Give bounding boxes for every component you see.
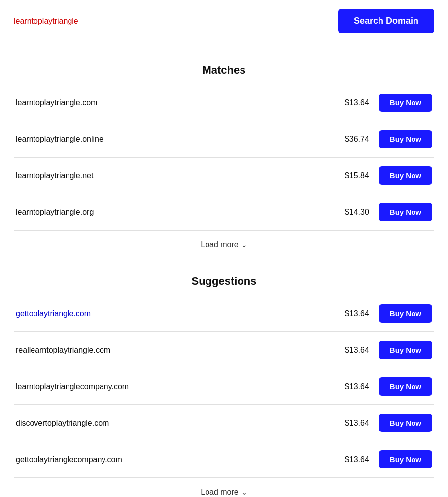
matches-load-more-label: Load more: [201, 240, 239, 249]
table-row: learntoplaytriangle.org $14.30 Buy Now: [14, 194, 434, 231]
search-input[interactable]: learntoplaytriangle: [14, 17, 211, 26]
domain-price: $13.64: [340, 455, 369, 464]
suggestions-list: gettoplaytriangle.com $13.64 Buy Now rea…: [14, 296, 434, 478]
domain-price: $14.30: [340, 208, 369, 217]
main-content: Matches learntoplaytriangle.com $13.64 B…: [0, 42, 448, 497]
buy-now-button[interactable]: Buy Now: [379, 450, 432, 468]
matches-load-more-button[interactable]: Load more ⌄: [201, 240, 247, 249]
suggestions-section-title: Suggestions: [14, 275, 434, 288]
suggestions-load-more-container: Load more ⌄: [14, 478, 434, 497]
domain-name: learntoplaytriangle.online: [16, 135, 340, 144]
matches-load-more-container: Load more ⌄: [14, 231, 434, 263]
buy-now-button[interactable]: Buy Now: [379, 341, 432, 359]
table-row: learntoplaytrianglecompany.com $13.64 Bu…: [14, 368, 434, 405]
table-row: learntoplaytriangle.net $15.84 Buy Now: [14, 158, 434, 194]
domain-name: learntoplaytrianglecompany.com: [16, 382, 340, 391]
domain-name: learntoplaytriangle.com: [16, 99, 340, 107]
domain-price: $36.74: [340, 135, 369, 144]
table-row: discovertoplaytriangle.com $13.64 Buy No…: [14, 405, 434, 441]
buy-now-button[interactable]: Buy Now: [379, 203, 432, 221]
buy-now-button[interactable]: Buy Now: [379, 130, 432, 148]
buy-now-button[interactable]: Buy Now: [379, 377, 432, 396]
suggestions-load-more-label: Load more: [201, 488, 239, 497]
domain-price: $13.64: [340, 99, 369, 107]
header: learntoplaytriangle Search Domain: [0, 0, 448, 42]
domain-name: reallearntoplaytriangle.com: [16, 346, 340, 355]
table-row: gettoplaytriangle.com $13.64 Buy Now: [14, 296, 434, 332]
buy-now-button[interactable]: Buy Now: [379, 414, 432, 432]
table-row: learntoplaytriangle.online $36.74 Buy No…: [14, 121, 434, 158]
table-row: gettoplaytrianglecompany.com $13.64 Buy …: [14, 441, 434, 478]
domain-name: learntoplaytriangle.org: [16, 208, 340, 217]
suggestions-load-more-button[interactable]: Load more ⌄: [201, 488, 247, 497]
domain-name: discovertoplaytriangle.com: [16, 419, 340, 428]
domain-name: gettoplaytriangle.com: [16, 309, 340, 318]
table-row: reallearntoplaytriangle.com $13.64 Buy N…: [14, 332, 434, 368]
matches-chevron-down-icon: ⌄: [241, 241, 247, 249]
suggestions-chevron-down-icon: ⌄: [241, 488, 247, 496]
matches-section-title: Matches: [14, 64, 434, 77]
search-domain-button[interactable]: Search Domain: [338, 9, 434, 33]
domain-price: $15.84: [340, 171, 369, 180]
domain-price: $13.64: [340, 346, 369, 355]
domain-price: $13.64: [340, 309, 369, 318]
domain-price: $13.64: [340, 382, 369, 391]
domain-name: learntoplaytriangle.net: [16, 171, 340, 180]
buy-now-button[interactable]: Buy Now: [379, 94, 432, 112]
domain-name: gettoplaytrianglecompany.com: [16, 455, 340, 464]
matches-list: learntoplaytriangle.com $13.64 Buy Now l…: [14, 85, 434, 231]
buy-now-button[interactable]: Buy Now: [379, 166, 432, 185]
domain-price: $13.64: [340, 419, 369, 428]
table-row: learntoplaytriangle.com $13.64 Buy Now: [14, 85, 434, 121]
buy-now-button[interactable]: Buy Now: [379, 304, 432, 323]
